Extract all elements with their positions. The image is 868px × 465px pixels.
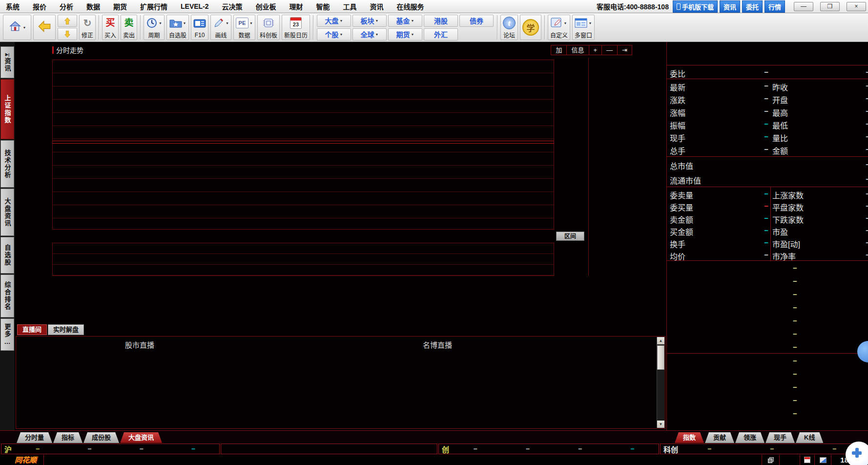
tab-realtime-commentary[interactable]: 实时解盘 <box>48 324 84 335</box>
draw-dropdown-icon[interactable]: ▼ <box>226 21 229 25</box>
goto-end-button[interactable]: ⇥ <box>617 45 632 55</box>
sidebar-item-technical-analysis[interactable]: 技术分析 <box>0 140 14 188</box>
menu-item-wealth[interactable]: 理财 <box>289 1 303 11</box>
info-button[interactable]: 信息 <box>566 45 589 55</box>
watchlist-button[interactable]: ▼ 自选股 <box>166 15 189 40</box>
calendar-button[interactable] <box>800 455 814 465</box>
status-section-chinext[interactable]: 创 − − − − <box>438 444 659 454</box>
menu-item-news[interactable]: 资讯 <box>370 1 384 11</box>
period-dropdown-icon[interactable]: ▼ <box>159 21 162 25</box>
intraday-chart[interactable]: 区间 <box>15 58 666 323</box>
market-button-quanqiu[interactable]: 全球▼ <box>352 28 387 41</box>
zoom-in-button[interactable]: + <box>589 45 602 55</box>
tab-contribution[interactable]: 贡献 <box>705 432 734 443</box>
menu-item-analysis[interactable]: 分析 <box>60 1 73 11</box>
buy-button[interactable]: 买 买入 <box>102 15 119 40</box>
menu-item-chinext[interactable]: 创业板 <box>256 1 276 11</box>
tab-constituents[interactable]: 成份股 <box>83 432 119 443</box>
tab-market-news[interactable]: 大盘资讯 <box>120 432 162 443</box>
list-item[interactable]: − <box>667 274 868 287</box>
sidebar-item-ranking[interactable]: 综合排名 <box>0 275 14 317</box>
market-button-waihui[interactable]: 外汇 <box>424 28 458 41</box>
watchlist-dropdown-icon[interactable]: ▼ <box>183 21 186 25</box>
list-item[interactable]: − <box>667 314 868 327</box>
market-button-zhaiquan[interactable]: 债券 <box>459 15 494 27</box>
back-button[interactable] <box>33 15 56 40</box>
customize-dropdown-icon[interactable]: ▼ <box>563 21 567 25</box>
close-button[interactable]: × <box>847 2 866 11</box>
forum-button[interactable]: t 论坛 <box>500 15 518 40</box>
assistant-button[interactable] <box>846 442 868 465</box>
sidebar-item-market-news[interactable]: 大盘资讯 <box>0 189 14 236</box>
sidebar-item-watchlist[interactable]: 自选股 <box>0 237 14 274</box>
menu-item-extended-quotes[interactable]: 扩展行情 <box>140 1 167 11</box>
list-item[interactable]: − <box>667 354 868 367</box>
page-up-button[interactable] <box>58 15 77 27</box>
market-button-ganggu[interactable]: 港股 <box>424 15 458 27</box>
status-section-sh[interactable]: 沪 − − − − <box>1 444 220 454</box>
period-button[interactable]: ▼ 周期 <box>144 15 165 40</box>
sidebar-item-news[interactable]: ▶| 资讯 <box>0 46 14 78</box>
index-list-lower[interactable]: − − − − − <box>667 353 868 430</box>
market-button-jijin[interactable]: 基金▼ <box>388 15 422 27</box>
menu-item-level2[interactable]: LEVEL-2 <box>181 2 209 10</box>
menu-item-smart[interactable]: 智能 <box>316 1 330 11</box>
scroll-thumb[interactable] <box>657 345 664 370</box>
menu-item-cloud-strategy[interactable]: 云决策 <box>222 1 243 11</box>
f10-button[interactable]: F10 <box>191 15 208 40</box>
sidebar-item-sse-index[interactable]: 上证指数 <box>0 79 14 139</box>
tab-current-volume[interactable]: 现手 <box>765 432 795 443</box>
scroll-down-button[interactable]: ▼ <box>657 421 664 428</box>
refresh-button[interactable]: ↻ 修正 <box>79 15 96 40</box>
zoom-out-button[interactable]: — <box>601 45 618 55</box>
scroll-up-button[interactable]: ▲ <box>657 337 664 344</box>
home-button[interactable]: ▼ <box>3 15 31 40</box>
menu-item-quotes[interactable]: 报价 <box>33 1 46 11</box>
ipo-calendar-button[interactable]: 23 新股日历 <box>282 15 310 40</box>
trade-quick-button[interactable]: 委托 <box>742 0 763 13</box>
live-scrollbar[interactable]: ▲ ▼ <box>657 337 664 428</box>
overlay-add-button[interactable]: 加 <box>551 45 567 55</box>
index-list-upper[interactable]: − − − − − − − <box>667 261 868 353</box>
list-item[interactable]: − <box>667 393 868 406</box>
list-item[interactable]: − <box>667 340 868 353</box>
tab-gainers[interactable]: 领涨 <box>735 432 765 443</box>
sidebar-item-more[interactable]: 更多… <box>0 318 14 351</box>
list-item[interactable]: − <box>667 261 868 274</box>
tab-index[interactable]: 指数 <box>675 432 704 443</box>
tab-kline[interactable]: K线 <box>796 432 823 443</box>
status-section-star[interactable]: 科创 − − − <box>660 444 866 454</box>
sell-button[interactable]: 卖 卖出 <box>121 15 137 40</box>
list-item[interactable]: − <box>667 327 868 340</box>
list-item[interactable]: − <box>667 367 868 380</box>
news-quick-button[interactable]: 资讯 <box>720 0 740 13</box>
data-button[interactable]: PE ▼ 数据 <box>233 15 255 40</box>
market-button-dapan[interactable]: 大盘▼ <box>317 15 351 27</box>
multiwindow-dropdown-icon[interactable]: ▼ <box>588 21 592 25</box>
chart-shortcut-button[interactable] <box>814 455 831 465</box>
tab-volume[interactable]: 分时量 <box>17 432 52 443</box>
customize-button[interactable]: ▼ 自定义 <box>548 15 570 40</box>
quotes-quick-button[interactable]: 行情 <box>765 0 785 13</box>
maximize-button[interactable]: ❐ <box>820 2 840 11</box>
page-down-button[interactable] <box>58 28 77 40</box>
multiwindow-button[interactable]: ▼ 多窗口 <box>572 15 595 40</box>
market-button-qihuo[interactable]: 期货▼ <box>388 28 422 41</box>
learn-button[interactable]: 学 <box>520 15 541 40</box>
mobile-download-button[interactable]: 手机版下载 <box>673 0 718 13</box>
home-dropdown-icon[interactable]: ▼ <box>23 26 26 29</box>
menu-item-tools[interactable]: 工具 <box>343 1 357 11</box>
list-item[interactable]: − <box>667 380 868 393</box>
menu-item-data[interactable]: 数据 <box>86 1 100 11</box>
menu-item-system[interactable]: 系统 <box>6 1 20 11</box>
tab-live-room[interactable]: 直播间 <box>17 324 47 335</box>
draw-line-button[interactable]: ▼ 画线 <box>210 15 231 40</box>
market-button-bankuai[interactable]: 板块▼ <box>352 15 387 27</box>
minimize-button[interactable]: — <box>794 2 813 11</box>
list-item[interactable]: − <box>667 300 868 314</box>
menu-item-online-service[interactable]: 在线服务 <box>397 1 424 11</box>
reports-button[interactable] <box>762 455 779 465</box>
range-button[interactable]: 区间 <box>556 232 584 241</box>
list-item[interactable]: − <box>667 287 868 300</box>
star-market-button[interactable]: 科创板 <box>257 15 280 40</box>
